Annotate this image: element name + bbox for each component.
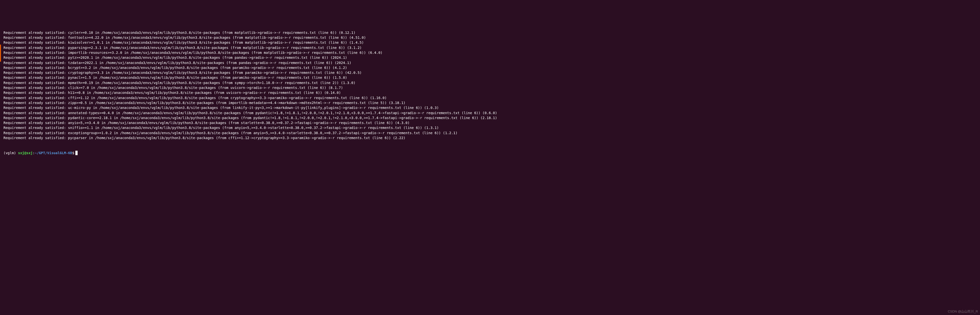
pip-output-line: Requirement already satisfied: fonttools… — [3, 35, 979, 40]
prompt-user-host: sxj@sxj — [18, 150, 33, 155]
pip-output-line: Requirement already satisfied: sniffio>=… — [3, 125, 979, 130]
pip-output-line: Requirement already satisfied: mpmath>=0… — [3, 80, 979, 85]
terminal-output: Requirement already satisfied: cycler>=0… — [1, 30, 979, 141]
shell-prompt[interactable]: (vglm) sxj@sxj : ~/GPT/VisualGLM-6B $ — [3, 150, 979, 155]
prompt-path: ~/GPT/VisualGLM-6B — [35, 150, 72, 155]
pip-output-line: Requirement already satisfied: importlib… — [3, 50, 979, 55]
pip-output-line: Requirement already satisfied: kiwisolve… — [3, 40, 979, 45]
pip-output-line: Requirement already satisfied: tzdata>=2… — [3, 60, 979, 65]
pip-output-line: Requirement already satisfied: zipp>=0.5… — [3, 100, 979, 105]
pip-output-line: Requirement already satisfied: pycparser… — [3, 135, 979, 140]
pip-output-line: Requirement already satisfied: pynacl>=1… — [3, 75, 979, 80]
pip-output-line: Requirement already satisfied: pydantic-… — [3, 115, 979, 120]
pip-output-line: Requirement already satisfied: cffi>=1.1… — [3, 95, 979, 100]
pip-output-line: Requirement already satisfied: anyio<5,>… — [3, 120, 979, 125]
pip-output-line: Requirement already satisfied: annotated… — [3, 110, 979, 115]
prompt-env: (vglm) — [3, 150, 18, 155]
pip-output-line: Requirement already satisfied: bcrypt>=3… — [3, 65, 979, 70]
pip-output-line: Requirement already satisfied: pytz>=202… — [3, 55, 979, 60]
pip-output-line: Requirement already satisfied: uc-micro-… — [3, 105, 979, 110]
prompt-colon: : — [33, 150, 35, 155]
pip-output-line: Requirement already satisfied: cryptogra… — [3, 70, 979, 75]
scrollbar-indicator[interactable] — [0, 45, 1, 62]
cursor-icon — [75, 151, 78, 155]
pip-output-line: Requirement already satisfied: cycler>=0… — [3, 30, 979, 35]
prompt-dollar: $ — [72, 150, 74, 155]
pip-output-line: Requirement already satisfied: exception… — [3, 130, 979, 135]
pip-output-line: Requirement already satisfied: pyparsing… — [3, 45, 979, 50]
pip-output-line: Requirement already satisfied: click>=7.… — [3, 85, 979, 90]
pip-output-line: Requirement already satisfied: h11>=0.8 … — [3, 90, 979, 95]
